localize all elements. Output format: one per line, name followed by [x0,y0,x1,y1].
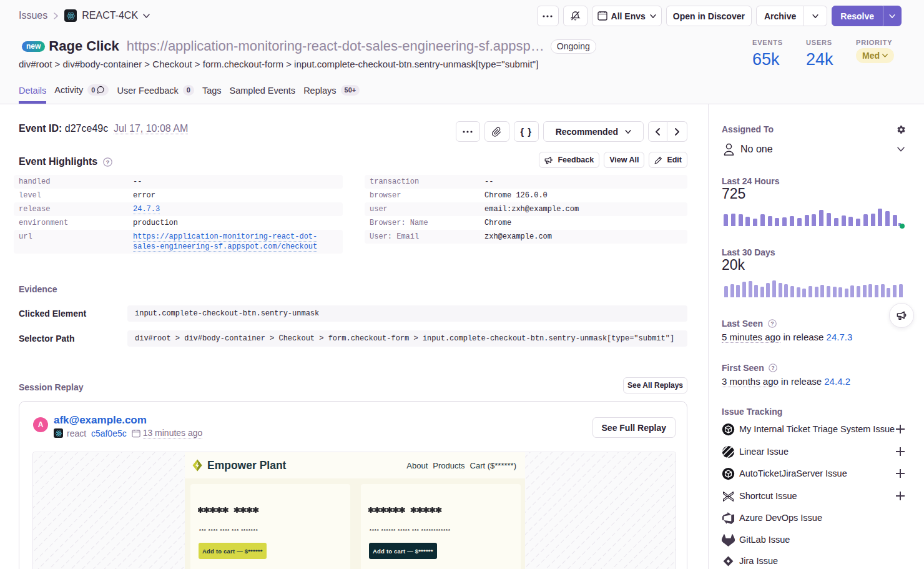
svg-text:?: ? [772,365,775,371]
svg-text:?: ? [770,320,774,327]
svg-text:?: ? [106,159,110,165]
